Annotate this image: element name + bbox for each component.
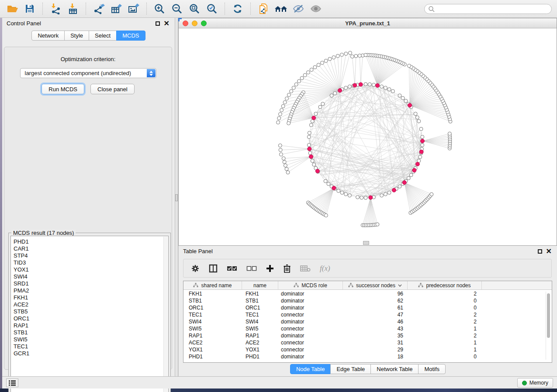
table-cell[interactable]: connector	[278, 347, 343, 353]
list-item[interactable]: YOX1	[14, 266, 168, 273]
table-cell[interactable]: dominator	[278, 319, 343, 325]
show-columns-button[interactable]	[209, 264, 218, 273]
table-cell[interactable]: SWI4	[183, 319, 242, 325]
vertical-splitter[interactable]	[175, 18, 178, 376]
import-network-button[interactable]	[48, 2, 63, 16]
list-item[interactable]: ACE2	[14, 301, 168, 308]
close-panel-button[interactable]: Close panel	[90, 84, 135, 94]
memory-button[interactable]: Memory	[517, 378, 553, 388]
table-cell[interactable]: 2	[408, 291, 482, 297]
open-folder-button[interactable]	[4, 2, 20, 16]
list-item[interactable]: GCR1	[14, 350, 168, 357]
table-cell[interactable]: dominator	[278, 354, 343, 360]
select-all-button[interactable]	[227, 265, 237, 272]
table-cell[interactable]: connector	[278, 326, 343, 332]
zoom-out-button[interactable]	[169, 2, 185, 16]
tab-network-table[interactable]: Network Table	[370, 364, 419, 374]
table-cell[interactable]: 0	[408, 305, 482, 311]
table-cell[interactable]: 0	[408, 298, 482, 304]
table-cell[interactable]: PHD1	[242, 354, 278, 360]
table-row[interactable]: SWI5SWI5connector431	[183, 325, 552, 332]
column-header-successor-nodes[interactable]: successor nodes	[343, 281, 408, 289]
table-cell[interactable]: 31	[343, 340, 408, 346]
tab-motifs[interactable]: Motifs	[418, 364, 446, 374]
table-cell[interactable]: SWI5	[183, 326, 242, 332]
tab-network[interactable]: Network	[31, 31, 65, 41]
list-item[interactable]: RAP1	[14, 322, 168, 329]
table-cell[interactable]: TEC1	[242, 312, 278, 318]
table-cell[interactable]: YOX1	[242, 347, 278, 353]
table-cell[interactable]: 18	[343, 354, 408, 360]
tab-edge-table[interactable]: Edge Table	[330, 364, 371, 374]
table-cell[interactable]: 1	[408, 340, 482, 346]
table-cell[interactable]: FKH1	[242, 291, 278, 297]
import-table-button[interactable]	[65, 2, 81, 16]
list-item[interactable]: TEC1	[14, 343, 168, 350]
horizontal-splitter-handle[interactable]	[363, 241, 369, 245]
table-cell[interactable]: 35	[343, 333, 408, 339]
save-button[interactable]	[22, 2, 38, 16]
mcds-result-list[interactable]: PHD1CAR1STP4TID3YOX1SWI4SRD1PMA2FKH1ACE2…	[10, 236, 169, 392]
table-row[interactable]: RAP1RAP1dominator352	[183, 332, 552, 339]
table-cell[interactable]: dominator	[278, 305, 343, 311]
table-cell[interactable]: 1	[408, 326, 482, 332]
tab-node-table[interactable]: Node Table	[290, 364, 331, 374]
refresh-button[interactable]	[230, 2, 246, 16]
function-builder-button[interactable]: f(x)	[320, 264, 330, 273]
float-panel-icon[interactable]	[538, 249, 542, 254]
list-item[interactable]: SRD1	[14, 280, 168, 287]
list-item[interactable]: PHD1	[14, 238, 168, 245]
task-history-button[interactable]	[6, 378, 18, 387]
table-row[interactable]: ORC1ORC1dominator610	[183, 304, 552, 311]
add-row-button[interactable]	[266, 265, 274, 272]
table-cell[interactable]: dominator	[278, 333, 343, 339]
list-item[interactable]: CAR1	[14, 245, 168, 252]
table-cell[interactable]: STB1	[183, 298, 242, 304]
column-header-name[interactable]: name	[242, 281, 278, 289]
list-item[interactable]: ORC1	[14, 315, 168, 322]
column-header-shared-name[interactable]: shared name	[183, 281, 242, 289]
table-cell[interactable]: 0	[408, 354, 482, 360]
list-scrollbar[interactable]	[163, 237, 168, 392]
table-cell[interactable]: 43	[343, 326, 408, 332]
hide-selected-button[interactable]	[291, 2, 306, 16]
table-cell[interactable]: 2	[408, 319, 482, 325]
list-item[interactable]: FKH1	[14, 294, 168, 301]
tab-mcds[interactable]: MCDS	[116, 31, 145, 41]
table-cell[interactable]: 2	[408, 312, 482, 318]
network-canvas[interactable]	[179, 29, 557, 245]
search-input[interactable]	[424, 4, 552, 14]
zoom-selected-button[interactable]	[204, 2, 220, 16]
list-item[interactable]: SWI5	[14, 336, 168, 343]
show-all-button[interactable]	[308, 2, 324, 16]
table-scrollbar[interactable]	[546, 292, 550, 360]
table-row[interactable]: ACE2ACE2connector311	[183, 339, 552, 346]
table-row[interactable]: SWI4SWI4dominator462	[183, 318, 552, 325]
table-cell[interactable]: 61	[343, 305, 408, 311]
float-panel-icon[interactable]	[156, 21, 160, 26]
first-neighbors-button[interactable]	[273, 2, 289, 16]
table-cell[interactable]: SWI5	[242, 326, 278, 332]
delete-row-button[interactable]	[283, 264, 291, 273]
close-panel-icon[interactable]: ✕	[546, 249, 552, 254]
criterion-dropdown[interactable]: largest connected component (undirected)	[20, 68, 156, 78]
table-cell[interactable]: ACE2	[242, 340, 278, 346]
table-cell[interactable]: 62	[343, 298, 408, 304]
table-cell[interactable]: ORC1	[183, 305, 242, 311]
list-item[interactable]: STB1	[14, 329, 168, 336]
run-mcds-button[interactable]: Run MCDS	[42, 84, 84, 94]
column-header-mcds-role[interactable]: MCDS role	[278, 281, 343, 289]
table-cell[interactable]: FKH1	[183, 291, 242, 297]
clone-network-button[interactable]	[256, 2, 271, 16]
table-cell[interactable]: YOX1	[183, 347, 242, 353]
table-cell[interactable]: RAP1	[183, 333, 242, 339]
column-header-predecessor-nodes[interactable]: predecessor nodes	[408, 281, 482, 289]
table-cell[interactable]: SWI4	[242, 319, 278, 325]
tab-style[interactable]: Style	[64, 31, 89, 41]
close-panel-icon[interactable]: ✕	[164, 21, 170, 26]
table-cell[interactable]: connector	[278, 340, 343, 346]
table-cell[interactable]: dominator	[278, 291, 343, 297]
table-cell[interactable]: 46	[343, 319, 408, 325]
settings-gear-button[interactable]	[191, 264, 200, 273]
table-cell[interactable]: connector	[278, 312, 343, 318]
